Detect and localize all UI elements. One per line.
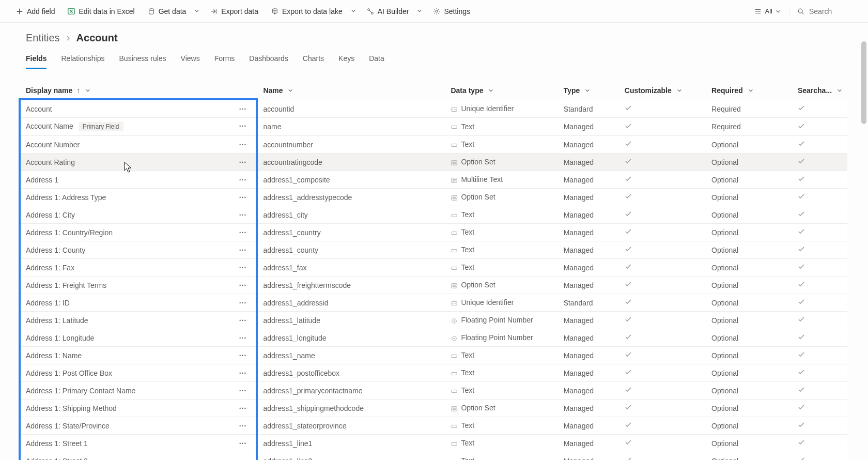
row-actions-button[interactable]: ··· [236,264,250,272]
customizable-check-icon [625,141,632,149]
customizable-check-icon [625,439,632,448]
table-row[interactable]: Address 1: ID···address1_addressidUnique… [21,294,847,312]
search-box[interactable] [794,5,858,18]
get-data-button[interactable]: Get data [142,4,192,19]
row-data-type: Text [461,263,474,271]
scrollbar-thumb[interactable] [861,41,866,124]
settings-button[interactable]: Settings [427,4,475,19]
table-row[interactable]: Address 1: Address Type···address1_addre… [21,189,847,206]
tab-charts[interactable]: Charts [303,51,324,69]
table-row[interactable]: Address 1: Name···address1_nameTextManag… [21,347,847,364]
row-actions-button[interactable]: ··· [236,316,250,325]
ai-builder-chevron[interactable] [414,4,425,18]
row-name: address1_addressid [258,294,445,312]
customizable-check-icon [625,334,632,342]
gear-icon [432,7,441,16]
header-type[interactable]: Type [559,81,619,100]
ai-builder-label: AI Builder [378,7,409,16]
row-display-name: Address 1: Longitude [26,334,94,342]
row-actions-button[interactable]: ··· [236,457,250,461]
table-row[interactable]: Address 1: Post Office Box···address1_po… [21,364,847,382]
tab-relationships[interactable]: Relationships [61,51,104,69]
row-data-type: Unique Identifier [461,104,514,113]
row-actions-button[interactable]: ··· [236,369,250,377]
breadcrumb-current: Account [76,32,118,44]
tab-forms[interactable]: Forms [214,51,235,69]
row-actions-button[interactable]: ··· [236,404,250,412]
table-row[interactable]: Address 1: City···address1_cityTextManag… [21,206,847,224]
row-actions-button[interactable]: ··· [236,122,250,130]
row-type: Managed [559,347,619,364]
table-row[interactable]: Account Rating···accountratingcodeOption… [21,154,847,171]
tab-keys[interactable]: Keys [338,51,354,69]
table-row[interactable]: Address 1: Street 1···address1_line1Text… [21,435,847,452]
row-actions-button[interactable]: ··· [236,439,250,448]
table-row[interactable]: Account Number···accountnumberTextManage… [21,136,847,154]
header-data-type[interactable]: Data type [445,81,558,100]
row-name: accountid [258,100,445,118]
export-lake-chevron[interactable] [348,4,359,18]
row-data-type: Text [461,246,474,254]
data-type-icon [451,194,458,202]
table-row[interactable]: Address 1: Street 2···address1_line2Text… [21,452,847,460]
header-name[interactable]: Name [258,81,445,100]
customizable-check-icon [625,369,632,377]
table-row[interactable]: Address 1: Latitude···address1_latitudeF… [21,312,847,329]
table-row[interactable]: Account NamePrimary Field···nameTextMana… [21,118,847,136]
table-row[interactable]: Address 1: Freight Terms···address1_frei… [21,277,847,294]
row-actions-button[interactable]: ··· [236,246,250,254]
row-type: Managed [559,206,619,224]
row-actions-button[interactable]: ··· [236,422,250,430]
search-input[interactable] [808,7,855,16]
header-customizable[interactable]: Customizable [619,81,706,100]
table-row[interactable]: Address 1: County···address1_countyTextM… [21,241,847,259]
table-row[interactable]: Address 1···address1_compositeMultiline … [21,171,847,189]
table-row[interactable]: Address 1: Fax···address1_faxTextManaged… [21,259,847,277]
tab-fields[interactable]: Fields [26,51,47,69]
table-row[interactable]: Account···accountidUnique IdentifierStan… [21,100,847,118]
add-field-button[interactable]: Add field [10,4,60,19]
table-row[interactable]: Address 1: Primary Contact Name···addres… [21,382,847,400]
tab-data[interactable]: Data [369,51,384,69]
row-actions-button[interactable]: ··· [236,193,250,202]
ai-builder-button[interactable]: AI Builder [361,4,414,19]
table-row[interactable]: Address 1: Longitude···address1_longitud… [21,329,847,347]
customizable-check-icon [625,228,632,237]
header-required[interactable]: Required [706,81,793,100]
get-data-chevron[interactable] [191,4,203,18]
row-actions-button[interactable]: ··· [236,141,250,149]
row-actions-button[interactable]: ··· [236,351,250,360]
customizable-check-icon [625,176,632,184]
row-actions-button[interactable]: ··· [236,387,250,395]
row-actions-button[interactable]: ··· [236,281,250,289]
breadcrumb-root[interactable]: Entities [26,32,60,44]
row-actions-button[interactable]: ··· [236,334,250,342]
header-display-name[interactable]: Display name ↑ [21,81,258,100]
view-filter[interactable]: All [750,5,785,18]
export-data-button[interactable]: Export data [205,4,264,19]
table-row[interactable]: Address 1: Shipping Method···address1_sh… [21,400,847,417]
edit-excel-button[interactable]: Edit data in Excel [62,4,140,19]
customizable-check-icon [625,404,632,412]
row-required: Optional [706,452,793,460]
row-actions-button[interactable]: ··· [236,105,250,113]
row-data-type: Option Set [461,281,495,289]
ai-builder-icon [366,7,375,16]
row-actions-button[interactable]: ··· [236,158,250,166]
tab-views[interactable]: Views [181,51,200,69]
row-actions-button[interactable]: ··· [236,228,250,237]
vertical-scrollbar[interactable] [859,21,868,460]
row-display-name: Account Name [26,122,73,130]
row-required: Optional [706,312,793,329]
row-actions-button[interactable]: ··· [236,176,250,184]
row-type: Managed [559,452,619,460]
table-row[interactable]: Address 1: Country/Region···address1_cou… [21,224,847,241]
row-display-name: Address 1 [26,176,58,184]
tab-dashboards[interactable]: Dashboards [249,51,288,69]
header-searchable[interactable]: Searcha... [793,81,847,100]
export-lake-button[interactable]: Export to data lake [266,4,348,19]
row-actions-button[interactable]: ··· [236,299,250,307]
table-row[interactable]: Address 1: State/Province···address1_sta… [21,417,847,435]
row-actions-button[interactable]: ··· [236,211,250,219]
tab-business-rules[interactable]: Business rules [119,51,166,69]
